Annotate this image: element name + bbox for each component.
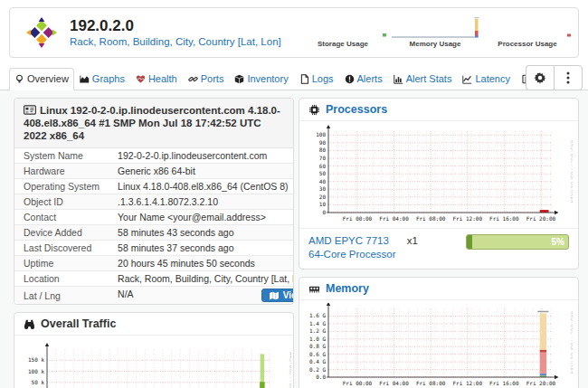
centos-logo bbox=[26, 17, 57, 48]
svg-text:1.2 G: 1.2 G bbox=[309, 327, 326, 334]
svg-text:1.6 G: 1.6 G bbox=[309, 312, 326, 318]
svg-text:1.4 G: 1.4 G bbox=[309, 320, 326, 326]
more-actions-button[interactable] bbox=[554, 65, 583, 90]
row-value: 20 hours 45 minutes 50 seconds bbox=[109, 256, 294, 271]
svg-text:40: 40 bbox=[319, 178, 327, 185]
svg-text:RRDTOOL / TOBI OETIKER: RRDTOOL / TOBI OETIKER bbox=[570, 311, 573, 374]
tab-label: Logs bbox=[312, 73, 334, 84]
storage-usage-label: Storage Usage bbox=[298, 40, 388, 48]
overall-traffic-graph[interactable]: 050 k100 k150 kRRDTOOL / TOBI OETIKER bbox=[14, 336, 293, 388]
svg-text:RRDTOOL / TOBI OETIKER: RRDTOOL / TOBI OETIKER bbox=[289, 352, 291, 388]
device-location-link[interactable]: Rack, Room, Building, City, Country [Lat… bbox=[70, 35, 281, 48]
binoculars-icon bbox=[24, 318, 35, 330]
cpu-desc-link[interactable]: 64-Core Processor bbox=[308, 249, 396, 260]
chart-line-icon bbox=[462, 74, 472, 84]
gear-icon bbox=[534, 71, 546, 84]
tab-label: Alerts bbox=[357, 73, 383, 84]
table-row: ContactYour Name <your@email.address> bbox=[14, 210, 294, 225]
svg-text:0: 0 bbox=[322, 209, 326, 215]
system-info-header: Linux 192-0-2-0.ip.linodeusercontent.com… bbox=[14, 99, 293, 148]
row-value: Your Name <your@email.address> bbox=[109, 210, 294, 225]
processors-title[interactable]: Processors bbox=[326, 103, 387, 116]
tab-label: Ports bbox=[201, 73, 224, 84]
heart-icon bbox=[136, 74, 146, 84]
tab-logs[interactable]: Logs bbox=[294, 68, 339, 90]
tab-label: Inventory bbox=[247, 73, 288, 84]
memory-header: Memory bbox=[299, 278, 578, 300]
cpu-name-link[interactable]: AMD EPYC 7713 bbox=[308, 235, 389, 246]
tab-ports[interactable]: Ports bbox=[183, 68, 230, 90]
table-row: Lat / LngN/AView bbox=[14, 287, 294, 305]
row-value: Linux 4.18.0-408.el8.x86_64 (CentOS 8) bbox=[109, 179, 294, 194]
storage-usage-minigraph[interactable]: Storage Usage bbox=[298, 14, 388, 48]
row-label: Operating System bbox=[14, 179, 109, 194]
row-label: Uptime bbox=[14, 256, 109, 271]
svg-text:10: 10 bbox=[319, 201, 327, 207]
memory-graph[interactable]: 0.00.2 G0.4 G0.6 G0.8 G1.0 G1.2 G1.4 G1.… bbox=[299, 300, 578, 388]
alert-circle-icon bbox=[345, 74, 355, 84]
table-row: Object ID.1.3.6.1.4.1.8072.3.2.10 bbox=[14, 194, 294, 210]
device-settings-button[interactable] bbox=[526, 65, 554, 90]
svg-text:Fri 20:00: Fri 20:00 bbox=[526, 215, 556, 222]
system-info-rows: System Name192-0-2-0.ip.linodeuserconten… bbox=[14, 148, 294, 304]
row-label: Contact bbox=[14, 210, 109, 225]
cpu-usage-percent: 5% bbox=[552, 235, 564, 249]
cpu-count: x1 bbox=[407, 235, 418, 246]
svg-text:0.8 G: 0.8 G bbox=[309, 343, 326, 349]
table-row: Device Added58 minutes 43 seconds ago bbox=[14, 225, 294, 241]
overall-traffic-panel: Overall Traffic 050 k100 k150 kRRDTOOL /… bbox=[14, 312, 294, 388]
tab-label: Overview bbox=[27, 73, 69, 84]
cube-icon bbox=[234, 74, 244, 84]
tab-graphs[interactable]: Graphs bbox=[74, 68, 130, 90]
svg-text:Fri 00:00: Fri 00:00 bbox=[343, 380, 373, 386]
processor-usage-minigraph[interactable]: Processor Usage bbox=[482, 14, 573, 48]
device-title: 192.0.2.0 bbox=[70, 16, 281, 35]
svg-text:Fri 08:00: Fri 08:00 bbox=[416, 380, 446, 386]
view-button-label: View bbox=[283, 290, 294, 300]
cpu-usage-bar: 5% bbox=[466, 234, 569, 250]
system-description: Linux 192-0-2-0.ip.linodeusercontent.com… bbox=[24, 105, 280, 141]
row-value: .1.3.6.1.4.1.8072.3.2.10 bbox=[109, 194, 294, 210]
overall-traffic-title: Overall Traffic bbox=[41, 317, 116, 330]
view-map-button[interactable]: View bbox=[261, 289, 294, 302]
cpu-row: AMD EPYC 7713x1 64-Core Processor 5% bbox=[299, 228, 578, 269]
svg-text:20: 20 bbox=[319, 194, 327, 200]
svg-text:0.2 G: 0.2 G bbox=[309, 366, 326, 373]
svg-text:50: 50 bbox=[319, 170, 327, 176]
memory-usage-label: Memory Usage bbox=[390, 40, 480, 48]
memory-usage-minigraph[interactable]: Memory Usage bbox=[390, 14, 480, 48]
svg-text:0.6 G: 0.6 G bbox=[309, 351, 326, 357]
tab-alert-stats[interactable]: Alert Stats bbox=[388, 68, 458, 90]
processors-graph[interactable]: 0102030405060708090100Fri 00:00Fri 04:00… bbox=[299, 121, 578, 228]
kebab-icon bbox=[566, 71, 570, 84]
memory-title[interactable]: Memory bbox=[326, 282, 369, 295]
tabs: OverviewGraphsHealthPortsInventoryLogsAl… bbox=[9, 68, 565, 90]
svg-text:0.4 G: 0.4 G bbox=[309, 358, 326, 364]
cpu-icon bbox=[308, 104, 320, 116]
svg-text:100 k: 100 k bbox=[28, 368, 44, 374]
tab-alerts[interactable]: Alerts bbox=[339, 68, 388, 90]
svg-text:Fri 04:00: Fri 04:00 bbox=[379, 215, 409, 222]
svg-text:Fri 04:00: Fri 04:00 bbox=[379, 380, 409, 386]
svg-text:1.0 G: 1.0 G bbox=[309, 336, 326, 342]
tab-label: Graphs bbox=[92, 73, 125, 84]
table-row: Operating SystemLinux 4.18.0-408.el8.x86… bbox=[14, 179, 294, 194]
memory-icon bbox=[308, 283, 320, 295]
processors-header: Processors bbox=[299, 99, 578, 121]
tab-inventory[interactable]: Inventory bbox=[229, 68, 293, 90]
svg-text:60: 60 bbox=[319, 163, 327, 169]
tab-bar: OverviewGraphsHealthPortsInventoryLogsAl… bbox=[0, 63, 588, 90]
overall-traffic-header: Overall Traffic bbox=[14, 313, 293, 336]
tab-latency[interactable]: Latency bbox=[457, 68, 516, 90]
svg-text:Fri 20:00: Fri 20:00 bbox=[526, 380, 556, 386]
cpu-usage-fill bbox=[467, 235, 472, 249]
row-value: Generic x86 64-bit bbox=[109, 164, 294, 179]
tab-health[interactable]: Health bbox=[130, 68, 183, 90]
tab-overview[interactable]: Overview bbox=[9, 68, 74, 90]
svg-text:150 k: 150 k bbox=[28, 356, 44, 363]
row-value: 58 minutes 43 seconds ago bbox=[109, 225, 294, 241]
memory-panel: Memory 0.00.2 G0.4 G0.6 G0.8 G1.0 G1.2 G… bbox=[299, 277, 579, 388]
svg-text:70: 70 bbox=[319, 155, 327, 161]
row-label: Lat / Lng bbox=[14, 287, 109, 305]
memory-usage-sparkline bbox=[390, 14, 480, 40]
